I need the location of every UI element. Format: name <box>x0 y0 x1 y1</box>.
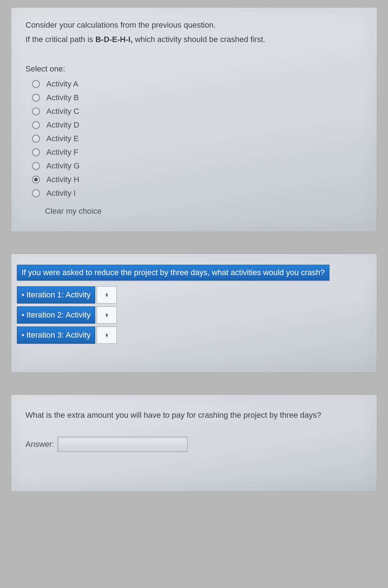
answer-label: Answer: <box>26 440 54 449</box>
options-list: Activity AActivity BActivity CActivity D… <box>32 77 362 200</box>
option-label: Activity H <box>46 175 79 184</box>
q1-line1: Consider your calculations from the prev… <box>26 19 362 31</box>
chevron-updown-icon: ▲▼ <box>105 333 108 337</box>
iteration-select[interactable]: ▲▼ <box>97 327 117 344</box>
option-row[interactable]: Activity G <box>32 159 362 173</box>
radio-icon[interactable] <box>32 135 40 143</box>
option-label: Activity F <box>46 148 78 157</box>
q1-line2: If the critical path is B-D-E-H-I, which… <box>26 33 362 46</box>
answer-input[interactable] <box>57 437 188 452</box>
iteration-select[interactable]: ▲▼ <box>97 286 117 304</box>
radio-icon[interactable] <box>32 94 40 102</box>
radio-icon[interactable] <box>32 148 40 156</box>
option-label: Activity E <box>46 134 79 143</box>
option-label: Activity I <box>46 189 76 198</box>
option-row[interactable]: Activity E <box>32 132 362 145</box>
iteration-row: Iteration 2: Activity▲▼ <box>17 306 371 324</box>
option-row[interactable]: Activity B <box>32 91 362 105</box>
radio-icon[interactable] <box>32 176 40 184</box>
iteration-select[interactable]: ▲▼ <box>97 306 117 324</box>
option-row[interactable]: Activity A <box>32 77 362 91</box>
iteration-row: Iteration 3: Activity▲▼ <box>17 327 371 344</box>
chevron-updown-icon: ▲▼ <box>105 293 108 297</box>
option-label: Activity D <box>46 120 79 130</box>
radio-icon[interactable] <box>32 162 40 170</box>
question-2-card: If you were asked to reduce the project … <box>11 254 377 373</box>
clear-choice-link[interactable]: Clear my choice <box>45 207 362 216</box>
iterations-list: Iteration 1: Activity▲▼Iteration 2: Acti… <box>17 286 371 344</box>
q1-line2-post: which activity should be crashed first. <box>133 35 265 44</box>
option-row[interactable]: Activity H <box>32 173 362 186</box>
answer-row: Answer: <box>26 437 362 452</box>
question-1-card: Consider your calculations from the prev… <box>11 7 377 232</box>
iteration-label: Iteration 1: Activity <box>17 286 95 304</box>
option-label: Activity G <box>46 161 80 171</box>
select-one-label: Select one: <box>26 64 362 74</box>
radio-icon[interactable] <box>32 189 40 197</box>
option-row[interactable]: Activity I <box>32 186 362 200</box>
option-label: Activity C <box>46 107 79 116</box>
q3-prompt: What is the extra amount you will have t… <box>26 409 362 421</box>
radio-icon[interactable] <box>32 121 40 129</box>
option-row[interactable]: Activity D <box>32 118 362 132</box>
iteration-row: Iteration 1: Activity▲▼ <box>17 286 371 304</box>
radio-icon[interactable] <box>32 107 40 115</box>
option-row[interactable]: Activity F <box>32 145 362 159</box>
question-1-stem: Consider your calculations from the prev… <box>26 19 362 46</box>
option-label: Activity B <box>46 93 79 102</box>
radio-icon[interactable] <box>32 80 40 88</box>
q1-line2-pre: If the critical path is <box>26 35 95 44</box>
iteration-label: Iteration 3: Activity <box>17 327 95 344</box>
iteration-label: Iteration 2: Activity <box>17 306 95 324</box>
question-3-card: What is the extra amount you will have t… <box>11 394 377 492</box>
chevron-updown-icon: ▲▼ <box>105 313 108 317</box>
q1-critical-path: B-D-E-H-I, <box>95 35 133 44</box>
option-row[interactable]: Activity C <box>32 105 362 118</box>
q2-prompt: If you were asked to reduce the project … <box>17 265 329 281</box>
option-label: Activity A <box>46 79 78 89</box>
